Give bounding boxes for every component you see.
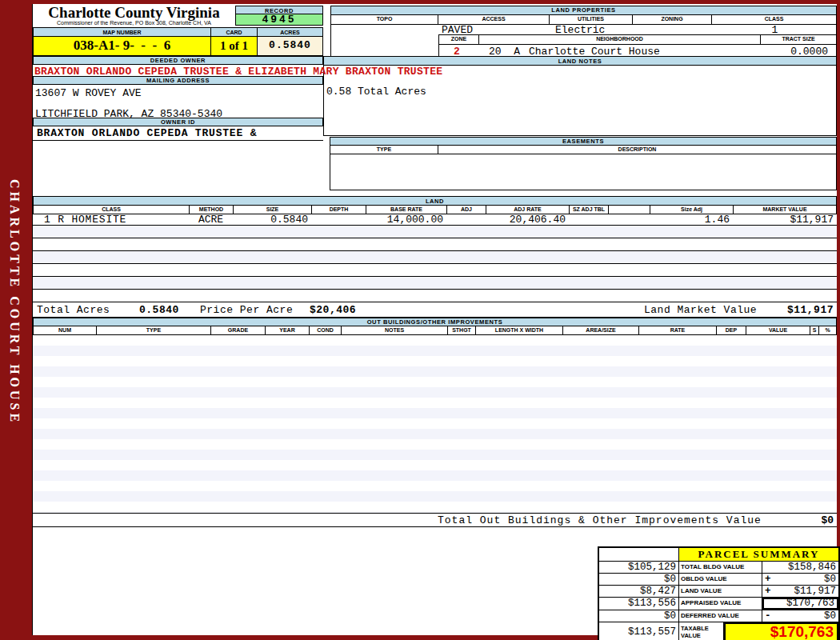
land-empty-row	[33, 251, 837, 264]
land-data-row: 1 R HOMESITE ACRE 0.5840 14,000.00 20,40…	[33, 214, 837, 226]
land-notes-text: 0.58 Total Acres	[326, 86, 426, 97]
zoning-label: ZONING	[633, 15, 712, 24]
commissioner-line: Commissioner of the Revenue, PO Box 308,…	[33, 20, 235, 26]
ob-col-notes: NOTES	[342, 326, 448, 334]
land-col-class: CLASS	[34, 206, 190, 214]
ps-label-total-bldg: TOTAL BLDG VALUE	[679, 562, 762, 573]
land-empty-row	[33, 277, 837, 290]
sidebar-vertical-banner: CHARLOTTE COURT HOUSE	[7, 179, 22, 483]
acres-value: 0.5840	[258, 37, 322, 55]
easement-type-label: TYPE	[330, 146, 438, 154]
land-col-size: SIZE	[234, 206, 312, 214]
out-buildings-empty-area	[33, 335, 837, 513]
ps-prior-deferred: $0	[599, 610, 679, 622]
acres-label: ACRES	[258, 28, 322, 36]
ob-col-year: YEAR	[266, 326, 310, 334]
ob-col-num: NUM	[34, 326, 97, 334]
ob-col-pct-comp: % COMP	[819, 326, 836, 334]
land-col-blank	[609, 206, 650, 214]
neighborhood-label: NEIGHBORHOOD	[479, 35, 761, 44]
ps-prior-appraised: $113,556	[599, 598, 679, 610]
ob-col-type: TYPE	[97, 326, 211, 334]
easements-columns: TYPE DESCRIPTION	[330, 146, 837, 154]
out-buildings-columns: NUM TYPE GRADE YEAR COND NOTES STHGT LEN…	[33, 326, 837, 335]
owner-id-value: BRAXTON ORLANDO CEPEDA TRUSTEE &	[37, 128, 257, 138]
easements-header: EASEMENTS	[330, 137, 837, 146]
land-base-rate-value: 14,000.00	[366, 214, 443, 225]
ps-label-land: LAND VALUE	[679, 586, 762, 597]
ps-prior-land: $8,427	[599, 586, 679, 597]
ps-value-obldg: $0	[824, 574, 836, 585]
class-value: 1	[712, 25, 838, 35]
card-label: CARD	[211, 28, 258, 36]
card-value: 1 of 1	[211, 37, 258, 55]
zone-subtable: ZONE NEIGHBORHOOD TRACT SIZE 2 20 A Char…	[438, 34, 836, 58]
land-totals-row: Total Acres 0.5840 Price Per Acre $20,40…	[33, 302, 837, 318]
ps-op-obldg: +	[765, 574, 771, 585]
out-buildings-total-label: Total Out Buildings & Other Improvements…	[438, 515, 762, 526]
price-per-acre-label: Price Per Acre	[200, 305, 293, 315]
ob-col-sthgt: STHGT	[448, 326, 476, 334]
out-buildings-total-row: Total Out Buildings & Other Improvements…	[33, 513, 837, 527]
price-per-acre-value: $20,406	[310, 305, 356, 315]
land-market-value-label: Land Market Value	[644, 305, 757, 315]
ps-value-deferred: $0	[824, 610, 836, 622]
ps-taxable-value: $170,763	[724, 622, 838, 640]
county-title: Charlotte County Virginia	[33, 5, 235, 20]
owner-id-box: BRAXTON ORLANDO CEPEDA TRUSTEE &	[33, 126, 323, 141]
ps-value-land: $11,917	[794, 586, 836, 597]
access-label: ACCESS	[438, 15, 550, 24]
card-content: Charlotte County Virginia Commissioner o…	[32, 4, 837, 635]
ps-prior-obldg: $0	[599, 574, 679, 585]
ps-label-taxable: TAXABLE VALUE	[679, 622, 724, 640]
topo-label: TOPO	[331, 15, 438, 24]
record-box: RECORD 4945	[235, 6, 323, 26]
total-acres-label: Total Acres	[37, 305, 110, 315]
ob-col-rate: RATE	[639, 326, 717, 334]
ps-label-deferred: DEFERRED VALUE	[679, 610, 762, 622]
out-buildings-header: OUT BUILDINGS/OTHER IMPROVEMENTS	[33, 318, 837, 326]
ob-col-cond: COND	[310, 326, 342, 334]
address-line1: 13607 W ROVEY AVE	[35, 88, 142, 98]
ob-col-dep: DEP	[717, 326, 746, 334]
utilities-value: Electric	[555, 25, 605, 35]
easements-box	[330, 154, 837, 190]
land-market-value: $11,917	[733, 214, 834, 225]
ps-row-land: $8,427 LAND VALUE + $11,917	[599, 585, 838, 597]
land-properties-header: LAND PROPERTIES	[330, 6, 837, 14]
land-notes-header: LAND NOTES	[323, 56, 837, 66]
land-size-adj-value: 1.46	[650, 214, 730, 225]
land-empty-row	[33, 264, 837, 277]
parcel-summary-empty-cell	[599, 548, 679, 561]
land-col-method: METHOD	[190, 206, 234, 214]
land-col-size-adj: Size Adj	[650, 206, 734, 214]
land-empty-row	[33, 238, 837, 251]
land-col-market-value: MARKET VALUE	[734, 206, 836, 214]
land-col-depth: DEPTH	[312, 206, 366, 214]
land-market-value-total: $11,917	[787, 305, 834, 315]
land-properties-table: TOPO ACCESS UTILITIES ZONING CLASS PAVED…	[330, 14, 837, 59]
ob-col-value: VALUE	[746, 326, 810, 334]
land-method-value: ACRE	[189, 214, 233, 225]
ob-col-length-width: LENGTH X WIDTH	[476, 326, 563, 334]
zone-columns: ZONE NEIGHBORHOOD TRACT SIZE	[439, 35, 836, 45]
parcel-summary: PARCEL SUMMARY $105,129 TOTAL BLDG VALUE…	[598, 546, 840, 640]
ps-row-taxable: $113,557 TAXABLE VALUE $170,763	[599, 622, 838, 640]
land-empty-row	[33, 290, 837, 302]
total-acres-value: 0.5840	[139, 305, 179, 315]
parcel-summary-title: PARCEL SUMMARY	[679, 548, 838, 561]
land-size-value: 0.5840	[233, 214, 308, 225]
ps-row-obldg: $0 OBLDG VALUE + $0	[599, 573, 838, 585]
deeded-owner-header: DEEDED OWNER	[33, 56, 323, 65]
ps-op-land: +	[765, 586, 771, 597]
ps-row-deferred: $0 DEFERRED VALUE - $0	[599, 610, 838, 622]
ps-label-obldg: OBLDG VALUE	[679, 574, 762, 585]
land-col-adj-rate: ADJ RATE	[486, 206, 570, 214]
land-properties-values: PAVED Electric 1	[331, 25, 836, 34]
ob-col-s: S	[810, 326, 819, 334]
ps-row-appraised: $113,556 APPRAISED VALUE $170,763	[599, 597, 838, 610]
class-label: CLASS	[712, 15, 836, 24]
land-adj-rate-value: 20,406.40	[486, 214, 566, 225]
ob-col-area-size: AREA/SIZE	[563, 326, 639, 334]
easement-description-label: DESCRIPTION	[438, 146, 836, 154]
